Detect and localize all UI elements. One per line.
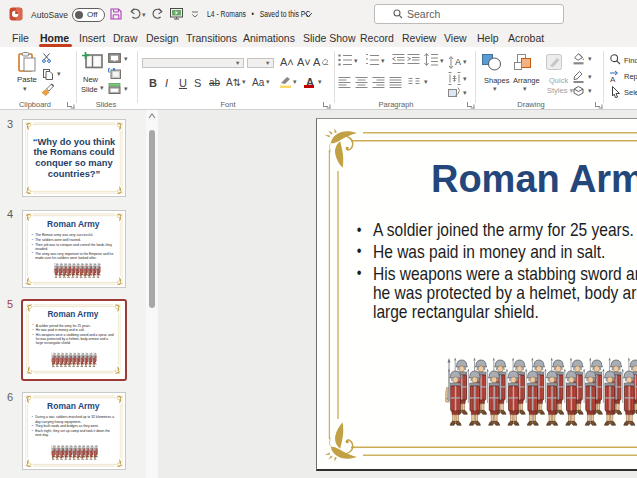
svg-text:A: A	[455, 57, 461, 67]
svg-text:A: A	[610, 75, 616, 83]
